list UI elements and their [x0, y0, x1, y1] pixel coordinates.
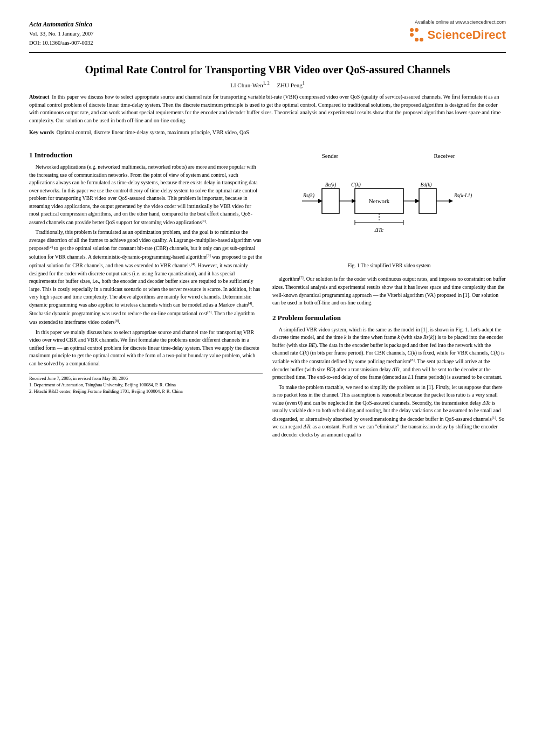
authors: LI Chun-Wen1, 2 ZHU Peng1: [29, 81, 506, 88]
page: Acta Automatica Sinica Vol. 33, No. 1 Ja…: [0, 0, 535, 462]
available-online: Available online at www.sciencedirect.co…: [415, 19, 506, 25]
figure-caption: Fig. 1 The simplified VBR video system: [272, 262, 506, 269]
col-right: Sender Receiver Rs(k) Be(k) C(k): [272, 144, 506, 441]
author2-name: ZHU Peng: [277, 81, 302, 88]
sd-dot-1: [410, 28, 414, 32]
footnote-received: Received June 7, 2005; in revised from M…: [29, 376, 263, 382]
svg-rect-13: [419, 189, 436, 213]
header-right: Available online at www.sciencedirect.co…: [410, 19, 506, 42]
volume: Vol. 33, No. 1 January, 2007: [29, 30, 94, 39]
sd-dot-6: [420, 33, 423, 37]
abstract-label: Abstract: [29, 94, 49, 100]
sd-dot-5: [415, 33, 419, 37]
header-left: Acta Automatica Sinica Vol. 33, No. 1 Ja…: [29, 19, 94, 48]
paper-title: Optimal Rate Control for Transporting VB…: [29, 63, 506, 77]
two-col-layout: 1 Introduction Networked applications (e…: [29, 144, 506, 441]
journal-title: Acta Automatica Sinica: [29, 19, 94, 30]
svg-text:Be(k): Be(k): [325, 182, 336, 188]
figure-container: Sender Receiver Rs(k) Be(k) C(k): [272, 150, 506, 270]
abstract-section: Abstract In this paper we discuss how to…: [29, 93, 506, 124]
sd-dot-3: [420, 28, 423, 32]
svg-text:C(k): C(k): [351, 182, 361, 188]
svg-text:Network: Network: [368, 198, 389, 204]
footnote-affiliation2: 2. Hitachi R&D center, Beijing Fortune B…: [29, 389, 263, 395]
doi: DOI: 10.1360/aas-007-0032: [29, 39, 94, 48]
svg-text:Rs(k): Rs(k): [303, 192, 315, 199]
section2-para1: A simplified VBR video system, which is …: [272, 326, 506, 382]
section1-heading: 1 Introduction: [29, 150, 263, 160]
section1-para2: Traditionally, this problem is formulate…: [29, 228, 263, 326]
col-left: 1 Introduction Networked applications (e…: [29, 144, 263, 441]
sender-label: Sender: [321, 152, 338, 159]
footnote-affiliation1: 1. Department of Automation, Tsinghua Un…: [29, 382, 263, 389]
author2-sup: 1: [303, 81, 305, 86]
sd-dot-7: [410, 38, 414, 41]
svg-marker-15: [449, 199, 453, 203]
sciencedirect-logo: ScienceDirect: [410, 28, 506, 42]
svg-marker-6: [352, 199, 356, 203]
section2-heading: 2 Problem formulation: [272, 313, 506, 323]
keywords-text: Optimal control, discrete linear time-de…: [57, 129, 249, 135]
header: Acta Automatica Sinica Vol. 33, No. 1 Ja…: [29, 19, 506, 53]
svg-rect-3: [322, 189, 339, 213]
figure-svg: Sender Receiver Rs(k) Be(k) C(k): [298, 150, 481, 258]
sd-dot-4: [410, 33, 414, 37]
section1-para1: Networked applications (e.g. networked m…: [29, 163, 263, 226]
author1-name: LI Chun-Wen: [230, 81, 263, 88]
sd-dots: [410, 28, 424, 42]
abstract-text: In this paper we discuss how to select a…: [29, 94, 500, 123]
svg-text:ΔTc: ΔTc: [374, 226, 383, 233]
receiver-label: Receiver: [434, 152, 455, 159]
sd-dot-2: [415, 28, 419, 32]
keywords-label: Key words: [29, 129, 54, 135]
svg-text:Bd(k): Bd(k): [420, 182, 431, 188]
footnote: Received June 7, 2005; in revised from M…: [29, 373, 263, 395]
section2-para2: To make the problem tractable, we need t…: [272, 384, 506, 439]
sciencedirect-text: ScienceDirect: [427, 28, 506, 42]
sd-dot-8: [415, 38, 419, 41]
sd-dot-9: [420, 38, 423, 41]
author1-sup: 1, 2: [263, 81, 270, 86]
section1-right-para1: algorithm[7]. Our solution is for the co…: [272, 275, 506, 307]
section1-para3: In this paper we mainly discuss how to s…: [29, 329, 263, 367]
keywords-section: Key words Optimal control, discrete line…: [29, 129, 506, 137]
svg-text:Rs(k-L1): Rs(k-L1): [454, 193, 472, 199]
